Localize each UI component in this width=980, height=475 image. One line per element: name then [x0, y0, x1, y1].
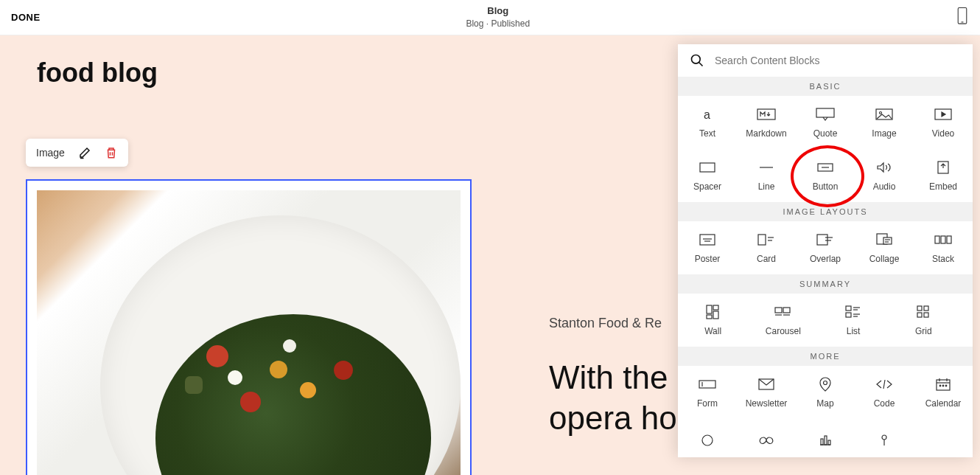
- svg-rect-64: [825, 436, 827, 445]
- block-carousel[interactable]: Carousel: [748, 294, 818, 347]
- block-quote[interactable]: Quote: [796, 96, 855, 149]
- block-overlap[interactable]: Overlap: [796, 221, 855, 274]
- svg-rect-43: [846, 313, 851, 317]
- block-button[interactable]: Button: [796, 149, 855, 202]
- svg-rect-49: [924, 313, 928, 317]
- edit-icon[interactable]: [78, 146, 91, 159]
- svg-rect-50: [699, 381, 715, 388]
- trash-icon[interactable]: [105, 146, 118, 159]
- page-title: Blog: [466, 5, 530, 18]
- svg-rect-36: [775, 308, 782, 313]
- image-toolbar-label: Image: [36, 147, 65, 159]
- svg-rect-31: [947, 236, 951, 243]
- device-preview-button[interactable]: [956, 7, 969, 29]
- block-image[interactable]: Image: [855, 96, 914, 149]
- svg-point-53: [824, 381, 827, 385]
- section-summary: SUMMARY: [678, 274, 973, 294]
- done-button[interactable]: DONE: [11, 12, 41, 23]
- block-line[interactable]: Line: [737, 149, 796, 202]
- svg-rect-26: [883, 238, 892, 244]
- svg-line-4: [699, 63, 703, 66]
- page-title-group: Blog Blog · Published: [466, 5, 530, 30]
- block-extra2[interactable]: [737, 422, 796, 447]
- svg-rect-30: [941, 236, 945, 243]
- editor-topbar: DONE Blog Blog · Published: [0, 0, 980, 35]
- svg-point-66: [882, 435, 886, 440]
- svg-rect-16: [700, 235, 715, 245]
- block-embed[interactable]: Embed: [914, 149, 973, 202]
- svg-rect-29: [935, 236, 939, 243]
- svg-rect-32: [707, 305, 712, 313]
- block-video[interactable]: Video: [914, 96, 973, 149]
- svg-rect-33: [713, 305, 718, 310]
- mobile-icon: [956, 7, 969, 26]
- block-search-row: [678, 44, 973, 77]
- svg-rect-11: [700, 163, 715, 172]
- block-wall[interactable]: Wall: [678, 294, 748, 347]
- food-photo: [37, 190, 461, 475]
- block-list[interactable]: List: [818, 294, 888, 347]
- svg-point-3: [692, 55, 701, 64]
- svg-point-61: [702, 435, 713, 445]
- more-blocks: Form Newsletter Map Code Calendar: [678, 366, 973, 419]
- block-calendar[interactable]: Calendar: [914, 366, 973, 419]
- svg-point-58: [939, 385, 941, 386]
- image-block-toolbar: Image: [26, 139, 128, 167]
- basic-blocks: aText Markdown Quote Image Video Spacer …: [678, 96, 973, 202]
- page-subtitle: Blog · Published: [466, 18, 530, 29]
- svg-point-9: [880, 112, 882, 114]
- svg-rect-22: [817, 235, 827, 245]
- block-form[interactable]: Form: [678, 366, 737, 419]
- svg-rect-0: [958, 7, 967, 24]
- svg-rect-37: [783, 308, 790, 313]
- svg-rect-7: [816, 108, 834, 117]
- svg-rect-46: [917, 306, 922, 311]
- block-collage[interactable]: Collage: [855, 221, 914, 274]
- block-markdown[interactable]: Markdown: [737, 96, 796, 149]
- block-extra1[interactable]: [678, 422, 737, 447]
- block-grid[interactable]: Grid: [889, 294, 959, 347]
- block-text[interactable]: aText: [678, 96, 737, 149]
- block-map[interactable]: Map: [796, 366, 855, 419]
- svg-rect-40: [846, 306, 851, 311]
- svg-rect-48: [917, 313, 922, 317]
- image-layout-blocks: Poster Card Overlap Collage Stack: [678, 221, 973, 274]
- block-audio[interactable]: Audio: [855, 149, 914, 202]
- selected-image-block[interactable]: [26, 179, 472, 475]
- svg-rect-8: [876, 109, 892, 119]
- block-poster[interactable]: Poster: [678, 221, 737, 274]
- svg-rect-65: [828, 440, 830, 445]
- search-icon: [690, 53, 704, 68]
- block-newsletter[interactable]: Newsletter: [737, 366, 796, 419]
- svg-point-60: [945, 385, 947, 386]
- svg-point-59: [942, 385, 944, 386]
- svg-rect-35: [713, 311, 718, 319]
- content-blocks-panel: BASIC aText Markdown Quote Image Video S…: [678, 44, 973, 457]
- block-search-input[interactable]: [715, 55, 961, 66]
- block-extra4[interactable]: [855, 422, 914, 447]
- block-spacer[interactable]: Spacer: [678, 149, 737, 202]
- section-image-layouts: IMAGE LAYOUTS: [678, 202, 973, 221]
- svg-rect-19: [758, 235, 766, 245]
- site-title[interactable]: food blog: [37, 58, 158, 89]
- svg-rect-34: [707, 315, 712, 319]
- svg-rect-47: [924, 306, 928, 311]
- svg-rect-63: [821, 439, 823, 445]
- block-extra3[interactable]: [796, 422, 855, 447]
- block-code[interactable]: Code: [855, 366, 914, 419]
- section-more: MORE: [678, 347, 973, 366]
- summary-blocks: Wall Carousel List Grid: [678, 294, 973, 347]
- section-basic: BASIC: [678, 77, 973, 96]
- more-blocks-row2: [678, 419, 973, 447]
- svg-text:a: a: [704, 108, 710, 121]
- block-card[interactable]: Card: [737, 221, 796, 274]
- block-stack[interactable]: Stack: [914, 221, 973, 274]
